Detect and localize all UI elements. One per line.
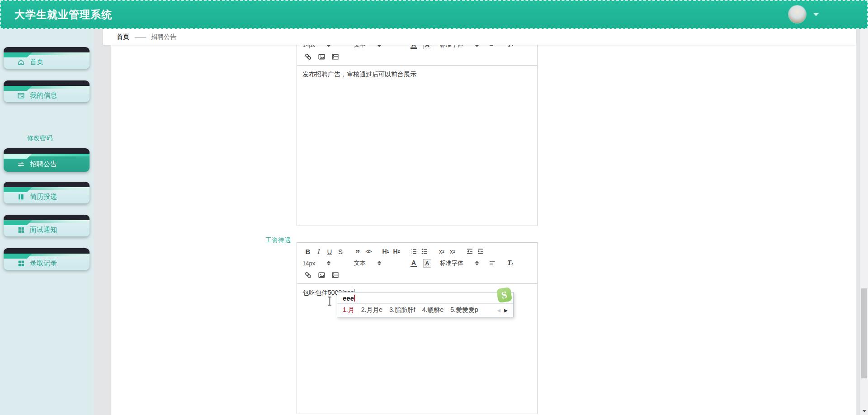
sidebar-item-label: 面试通知	[30, 226, 57, 234]
bullet-list-icon[interactable]	[419, 246, 430, 257]
updown-caret-icon	[327, 261, 330, 265]
card-top-bar	[4, 80, 90, 86]
ordered-list-icon[interactable]	[408, 246, 419, 257]
grid-icon	[17, 226, 25, 234]
updown-caret-icon	[377, 45, 381, 47]
clear-format-button[interactable]: Tx	[505, 258, 516, 269]
main-content-panel: B I U S ” </> H1 H2	[111, 45, 856, 415]
scrollbar-thumb[interactable]	[861, 288, 867, 378]
home-icon	[17, 58, 25, 66]
strikethrough-button[interactable]: S	[335, 246, 346, 257]
font-size-select[interactable]: 14px	[302, 260, 346, 267]
ime-candidate-4[interactable]: 4.貔貅e	[422, 306, 443, 314]
editor-toolbar: B I U S ” </> H1 H2	[297, 45, 537, 66]
paragraph-style-select[interactable]: 文本	[354, 259, 401, 267]
image-icon[interactable]	[316, 269, 327, 280]
card-top-bar	[4, 248, 90, 254]
sliders-icon	[17, 160, 25, 168]
announcement-text: 发布招聘广告，审核通过后可以前台展示	[302, 71, 416, 78]
font-family-select[interactable]: 标准字体	[440, 259, 479, 267]
editor-toolbar: B I U S ” </> H1 H2	[297, 243, 537, 284]
paragraph-style-select[interactable]: 文本	[354, 45, 401, 49]
sidebar-item-admission-record[interactable]: 录取记录	[4, 248, 90, 270]
app-window: 大学生就业管理系统 首页 我的信息	[0, 0, 868, 415]
text-color-button[interactable]: A	[408, 258, 419, 269]
ime-caret	[354, 295, 355, 302]
outdent-icon[interactable]	[464, 246, 475, 257]
scrollbar-down-button[interactable]	[860, 407, 868, 415]
italic-button[interactable]: I	[313, 246, 324, 257]
align-icon[interactable]	[487, 45, 498, 50]
header1-button[interactable]: H1	[380, 246, 391, 257]
avatar-dropdown-caret-icon[interactable]	[813, 13, 819, 16]
salary-field-label: 工资待遇	[245, 236, 291, 245]
sidebar-item-label: 我的信息	[30, 91, 57, 100]
ime-candidate-1[interactable]: 1.月	[343, 306, 354, 314]
ime-candidate-5[interactable]: 5.爱爱爱p	[450, 306, 478, 314]
breadcrumb-home-link[interactable]: 首页	[117, 33, 129, 41]
blockquote-button[interactable]: ”	[352, 246, 363, 257]
announcement-editor: B I U S ” </> H1 H2	[297, 45, 538, 226]
sidebar-item-label: 简历投递	[30, 193, 57, 201]
sidebar: 首页 我的信息 修改密码 个人信息	[0, 29, 94, 415]
ime-candidate-2[interactable]: 2.月月e	[361, 306, 382, 314]
updown-caret-icon	[475, 261, 479, 265]
sidebar-item-label: 首页	[30, 58, 43, 66]
sidebar-item-recruitment-announcement[interactable]: 招聘公告	[4, 148, 90, 172]
page-scrollbar[interactable]	[860, 29, 868, 415]
code-block-button[interactable]: </>	[363, 246, 374, 257]
updown-caret-icon	[377, 261, 381, 265]
clear-format-button[interactable]: Tx	[505, 45, 516, 50]
breadcrumb-separator: ——	[135, 33, 146, 40]
announcement-content-area[interactable]: 发布招聘广告，审核通过后可以前台展示	[297, 66, 537, 84]
updown-caret-icon	[475, 45, 479, 47]
card-top-bar	[4, 47, 90, 52]
down-arrow-icon	[863, 410, 866, 412]
card-top-bar	[4, 215, 90, 220]
app-header: 大学生就业管理系统	[0, 0, 868, 29]
grid-icon	[17, 259, 25, 267]
background-color-button[interactable]: A	[422, 258, 433, 269]
user-avatar[interactable]	[788, 5, 806, 23]
sidebar-item-interview-notice[interactable]: 面试通知	[4, 215, 90, 236]
sidebar-item-my-info[interactable]: 我的信息	[4, 80, 90, 102]
video-icon[interactable]	[330, 269, 340, 280]
font-size-select[interactable]: 14px	[302, 45, 346, 48]
text-color-button[interactable]: A	[408, 45, 419, 50]
updown-caret-icon	[327, 45, 330, 47]
sogou-ime-logo: S	[496, 287, 512, 303]
header2-button[interactable]: H2	[391, 246, 402, 257]
sidebar-subitem-change-password[interactable]: 修改密码	[4, 130, 90, 147]
resume-book-icon	[17, 193, 25, 201]
font-family-select[interactable]: 标准字体	[440, 45, 479, 49]
ime-candidate-3[interactable]: 3.脂肪肝f	[389, 306, 415, 314]
ime-next-page-icon[interactable]: ▶	[504, 308, 508, 313]
link-icon[interactable]	[302, 269, 313, 280]
mouse-ibeam-cursor	[327, 296, 333, 308]
breadcrumb: 首页 —— 招聘公告	[103, 29, 856, 45]
sidebar-item-home[interactable]: 首页	[4, 47, 90, 69]
align-icon[interactable]	[487, 258, 498, 269]
profile-card-icon	[17, 92, 25, 99]
background-color-button[interactable]: A	[422, 45, 433, 50]
underline-button[interactable]: U	[324, 246, 335, 257]
image-icon[interactable]	[316, 51, 327, 62]
link-icon[interactable]	[302, 51, 313, 62]
card-top-bar	[4, 182, 90, 187]
subscript-button[interactable]: x2	[436, 246, 447, 257]
superscript-button[interactable]: x2	[447, 246, 458, 257]
bold-button[interactable]: B	[302, 246, 313, 257]
ime-prev-page-icon[interactable]: ◀	[497, 308, 501, 313]
sidebar-item-label: 招聘公告	[30, 160, 57, 169]
video-icon[interactable]	[330, 51, 340, 62]
sidebar-item-resume-delivery[interactable]: 简历投递	[4, 182, 90, 203]
ime-popup: eee 1.月 2.月月e 3.脂肪肝f 4.貔貅e 5.爱爱爱p ◀ ▶ S	[337, 292, 514, 317]
indent-icon[interactable]	[475, 246, 486, 257]
card-top-bar	[4, 148, 90, 154]
breadcrumb-current: 招聘公告	[151, 33, 176, 41]
ime-composition: eee	[337, 292, 513, 304]
salary-editor: B I U S ” </> H1 H2	[297, 242, 538, 414]
sidebar-item-label: 录取记录	[30, 259, 57, 268]
app-title: 大学生就业管理系统	[14, 8, 112, 22]
